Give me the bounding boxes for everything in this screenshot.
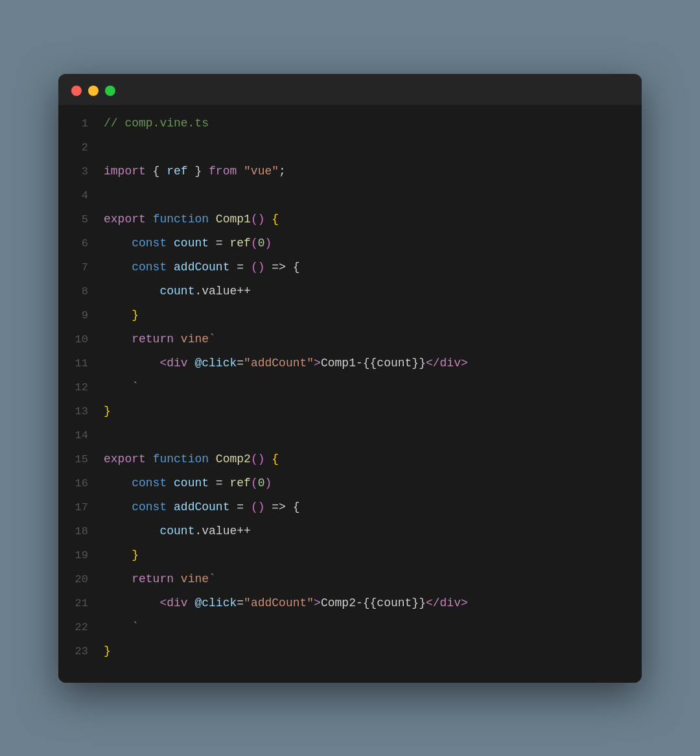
token [104,501,132,514]
token: ; [279,165,286,178]
token: vine` [174,573,216,585]
token: } [104,644,111,657]
code-line: 2 [58,136,642,159]
line-number: 6 [58,233,104,254]
token [104,525,159,537]
token [104,549,132,561]
line-number: 14 [58,425,104,446]
line-number: 12 [58,377,104,398]
line-number: 3 [58,161,104,182]
code-editor: 1// comp.vine.ts2 3import { ref } from "… [58,105,642,683]
token [104,309,132,322]
line-number: 22 [58,617,104,638]
code-content: <div @click="addCount">Comp1-{{count}}</… [104,353,468,373]
line-number: 1 [58,113,104,134]
token: export [104,453,146,466]
token: addCount [174,501,229,514]
token: = [209,237,229,250]
code-line: 9 } [58,303,642,327]
token [188,357,195,370]
token: => { [265,261,300,274]
token: > [314,357,321,370]
token: </div> [426,597,468,609]
token: import [104,165,146,178]
token [104,573,132,585]
token: "vue" [244,165,279,178]
titlebar [58,74,642,105]
code-content: } [104,401,111,421]
token: = [237,597,244,609]
token: ( [251,501,258,514]
token: } [104,405,111,418]
token: <div [159,357,187,370]
code-line: 18 count.value++ [58,519,642,543]
token: = [229,261,250,274]
code-line: 21 <div @click="addCount">Comp2-{{count}… [58,591,642,615]
token: Comp1-{{count}} [321,357,426,370]
token: = [237,357,244,370]
token: ref [229,477,250,490]
token: @click [194,357,237,370]
token: > [314,597,321,609]
line-number: 5 [58,209,104,230]
close-button[interactable] [71,86,82,96]
line-number: 16 [58,473,104,494]
code-content: import { ref } from "vue"; [104,161,286,182]
code-line: 14 [58,423,642,447]
token: from [209,165,237,178]
code-content [104,425,111,445]
token: return [132,333,174,346]
token: vine` [174,333,216,346]
code-line: 8 count.value++ [58,279,642,303]
code-line: 20 return vine` [58,567,642,591]
code-line: 12 ` [58,375,642,399]
code-line: 7 const addCount = () => { [58,255,642,279]
token: 0 [258,237,265,250]
token: ( [251,261,258,274]
token: return [132,573,174,585]
token: => { [265,501,300,514]
code-content: export function Comp2() { [104,449,279,469]
minimize-button[interactable] [88,86,99,96]
token: count [174,477,209,490]
code-line: 16 const count = ref(0) [58,471,642,495]
code-line: 23} [58,639,642,663]
code-line: 1// comp.vine.ts [58,112,642,136]
code-line: 17 const addCount = () => { [58,495,642,519]
token [104,477,132,490]
code-line: 5export function Comp1() { [58,207,642,231]
token: ref [229,237,250,250]
token: ) [258,501,265,514]
code-content: } [104,641,111,661]
code-line: 6 const count = ref(0) [58,231,642,255]
code-content: const addCount = () => { [104,497,300,517]
line-number: 21 [58,593,104,614]
code-line: 13} [58,399,642,423]
code-content: const count = ref(0) [104,233,272,254]
token: "addCount" [244,357,314,370]
token: ` [104,620,139,633]
token: ) [258,213,265,226]
code-line: 22 ` [58,615,642,639]
token [104,597,159,609]
token: { [146,165,167,178]
maximize-button[interactable] [105,86,115,96]
token: count [159,525,194,537]
code-content: } [104,305,139,325]
token: } [132,309,139,322]
token: ( [251,213,258,226]
token: Comp1 [216,213,251,226]
line-number: 15 [58,449,104,470]
token: // comp.vine.ts [104,117,209,130]
token [104,285,159,298]
code-content: return vine` [104,329,216,349]
code-content: return vine` [104,569,216,589]
code-line: 15export function Comp2() { [58,447,642,471]
code-content: ` [104,617,139,637]
token: const [132,501,167,514]
token: ( [251,453,258,466]
line-number: 4 [58,185,104,206]
code-line: 3import { ref } from "vue"; [58,159,642,183]
token: const [132,477,167,490]
token [104,261,132,274]
